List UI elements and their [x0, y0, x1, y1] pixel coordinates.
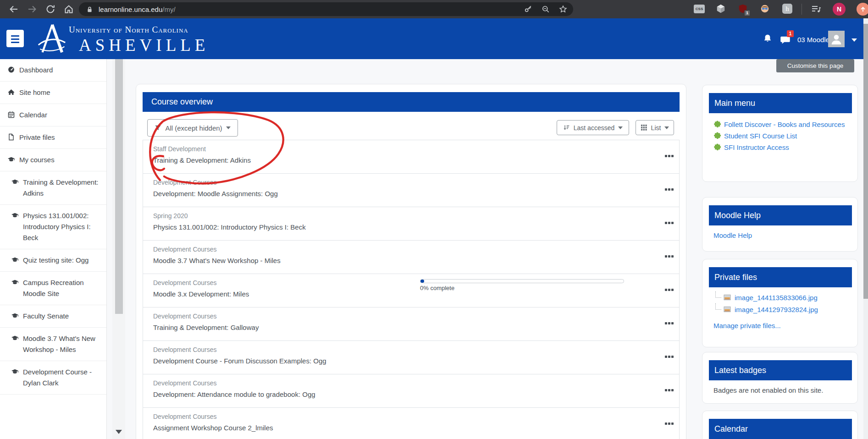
private-file-row[interactable]: image_1441297932824.jpg: [713, 303, 847, 315]
bookmark-star-icon[interactable]: [558, 5, 568, 14]
main-menu-link-student-sfi[interactable]: Student SFI Course List: [713, 131, 847, 141]
page-scrollbar-thumb[interactable]: [863, 24, 868, 299]
notifications-bell-icon[interactable]: [762, 33, 773, 44]
course-row[interactable]: Spring 2020 Physics 131.001/002: Introdu…: [143, 207, 679, 241]
private-file-link[interactable]: image_1441135833066.jpg: [735, 294, 818, 302]
manage-private-files-link[interactable]: Manage private files...: [713, 322, 781, 329]
course-row[interactable]: Development Courses Training & Developme…: [143, 307, 679, 341]
sidebar-item-site-home[interactable]: Site home: [0, 82, 106, 104]
password-key-icon[interactable]: [524, 5, 533, 14]
course-row[interactable]: Staff Development Training & Development…: [143, 140, 679, 174]
browser-profile-avatar[interactable]: N: [833, 3, 846, 16]
main-menu-link-sfi-instructor[interactable]: SFI Instructor Access: [713, 142, 847, 153]
graduation-cap-icon: [7, 156, 15, 163]
main-menu-title: Main menu: [709, 93, 852, 113]
customise-page-button[interactable]: Customise this page: [776, 59, 854, 72]
unca-logo-mark[interactable]: [38, 21, 66, 56]
brand-line-2: ASHEVILLE: [79, 35, 209, 55]
course-actions-menu-icon[interactable]: [665, 255, 667, 258]
course-name[interactable]: Training & Development: Galloway: [153, 324, 259, 331]
course-actions-menu-icon[interactable]: [665, 389, 667, 391]
course-actions-menu-icon[interactable]: [665, 222, 667, 224]
course-actions-menu-icon[interactable]: [665, 188, 667, 191]
calendar-block-title: Calendar: [709, 419, 852, 439]
zoom-out-icon[interactable]: [541, 5, 550, 14]
cube-extension-icon[interactable]: [716, 4, 727, 15]
sidebar-item-calendar[interactable]: Calendar: [0, 104, 106, 126]
corner-extension-icon[interactable]: [857, 3, 868, 16]
course-row[interactable]: Development Courses Development Course -…: [143, 341, 679, 374]
course-actions-menu-icon[interactable]: [665, 155, 667, 157]
sidebar-course-quiz-testing-site[interactable]: Quiz testing site: Ogg: [0, 249, 106, 272]
drawer-scrollbar-thumb[interactable]: [115, 59, 123, 314]
media-controls-icon[interactable]: [811, 4, 822, 15]
sidebar-item-my-courses[interactable]: My courses: [0, 149, 106, 171]
user-menu-caret-icon[interactable]: [851, 38, 857, 42]
url-text[interactable]: learnonline.unca.edu/my/: [99, 5, 176, 13]
main-menu-link-follett[interactable]: Follett Discover - Books and Resources: [713, 119, 847, 130]
sidebar-course-training-development-adkins[interactable]: Training & Development: Adkins: [0, 171, 106, 205]
sidebar-item-dashboard[interactable]: Dashboard: [0, 59, 106, 82]
browser-back-icon[interactable]: [8, 4, 19, 15]
course-name[interactable]: Moodle 3.x Development: Miles: [153, 290, 249, 298]
course-category: Spring 2020: [153, 212, 188, 220]
sort-amount-icon: [563, 124, 570, 131]
graduation-cap-icon: [11, 279, 19, 286]
browser-forward-icon[interactable]: [27, 4, 38, 15]
course-actions-menu-icon[interactable]: [665, 289, 667, 291]
course-row[interactable]: Development Courses Development: Attenda…: [143, 374, 679, 408]
sort-dropdown[interactable]: Last accessed: [557, 120, 629, 135]
h-extension-icon[interactable]: h: [782, 4, 793, 15]
sidebar-item-private-files[interactable]: Private files: [0, 126, 106, 149]
moodle-help-block: Moodle Help Moodle Help: [702, 197, 858, 252]
sidebar-course-development-dylan-clark[interactable]: Development Course - Dylan Clark: [0, 361, 106, 395]
graduation-cap-icon: [11, 212, 19, 219]
course-category: Development Courses: [153, 313, 217, 320]
sidebar-course-faculty-senate[interactable]: Faculty Senate: [0, 305, 106, 328]
course-category: Development Courses: [153, 246, 217, 253]
course-name[interactable]: Development: Attendance module to gradeb…: [153, 390, 315, 398]
private-file-link[interactable]: image_1441297932824.jpg: [735, 306, 818, 313]
ublock-extension-icon[interactable]: 1: [738, 4, 749, 15]
course-row[interactable]: Development Courses Development: Moodle …: [143, 174, 679, 207]
drawer-scrollbar-down-arrow-icon[interactable]: [116, 430, 122, 434]
course-progress-fill: [420, 280, 424, 283]
browser-home-icon[interactable]: [63, 4, 74, 15]
course-name[interactable]: Assignment Workshop Course 2_lmiles: [153, 424, 273, 432]
sidebar-course-moodle-37-workshop[interactable]: Moodle 3.7 What's New Workshop - Miles: [0, 328, 106, 361]
face-glasses-extension-icon[interactable]: [760, 4, 771, 15]
css-extension-icon[interactable]: CSS: [694, 4, 705, 15]
course-category: Development Courses: [153, 346, 217, 353]
badges-status-text: Badges are not enabled on this site.: [713, 386, 823, 394]
calendar-icon: [7, 111, 15, 118]
course-filter-dropdown[interactable]: All (except hidden): [147, 119, 238, 137]
course-progress-label: 0% complete: [420, 285, 454, 291]
sidebar-course-campus-recreation[interactable]: Campus Recreation Moodle Site: [0, 272, 106, 305]
moodle-help-link[interactable]: Moodle Help: [713, 231, 752, 239]
course-name[interactable]: Training & Development: Adkins: [153, 156, 251, 164]
course-row[interactable]: Development Courses Moodle 3.7 What's Ne…: [143, 241, 679, 274]
browser-reload-icon[interactable]: [45, 4, 56, 15]
hamburger-menu-button[interactable]: [6, 30, 24, 47]
course-name[interactable]: Physics 131.001/002: Introductory Physic…: [153, 223, 306, 231]
course-row[interactable]: Development Courses Assignment Workshop …: [143, 408, 679, 439]
latest-badges-title: Latest badges: [709, 360, 852, 380]
course-row[interactable]: Development Courses Moodle 3.x Developme…: [143, 274, 679, 307]
sidebar-course-physics-131[interactable]: Physics 131.001/002: Introductory Physic…: [0, 205, 106, 249]
private-file-row[interactable]: image_1441135833066.jpg: [713, 291, 847, 303]
course-name[interactable]: Development Course - Forum Discusson Exa…: [153, 357, 326, 365]
file-icon: [7, 133, 15, 141]
tree-elbow: [715, 291, 721, 298]
user-name[interactable]: 03 Moodle: [797, 36, 829, 44]
course-actions-menu-icon[interactable]: [665, 356, 667, 358]
brand-text[interactable]: University of North Carolina ASHEVILLE: [69, 25, 209, 55]
course-actions-menu-icon[interactable]: [665, 322, 667, 324]
user-avatar[interactable]: [828, 31, 845, 47]
course-name[interactable]: Moodle 3.7 What's New Workshop - Miles: [153, 257, 281, 264]
https-lock-icon: [86, 6, 93, 13]
address-bar[interactable]: learnonline.unca.edu/my/: [79, 2, 573, 16]
course-actions-menu-icon[interactable]: [665, 423, 667, 425]
course-name[interactable]: Development: Moodle Assignments: Ogg: [153, 190, 278, 198]
view-mode-dropdown[interactable]: List: [636, 120, 674, 135]
course-category: Development Courses: [153, 179, 217, 186]
